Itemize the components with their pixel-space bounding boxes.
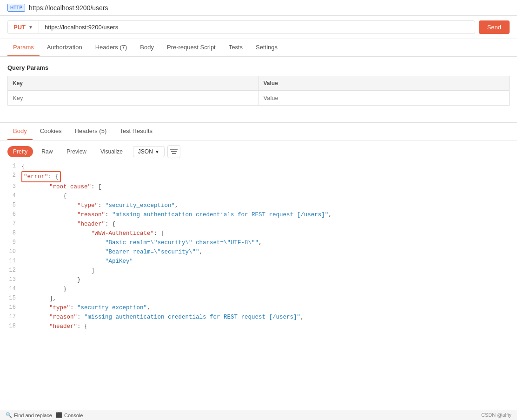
body-toolbar: Pretty Raw Preview Visualize JSON ▼ (7, 145, 510, 158)
query-params-title: Query Params (7, 64, 510, 71)
value-input[interactable] (264, 94, 505, 101)
http-badge: HTTP (7, 4, 25, 12)
tab-tests[interactable]: Tests (223, 39, 248, 56)
view-preview[interactable]: Preview (61, 146, 92, 157)
params-section: Query Params Key Value (0, 57, 517, 113)
col-value: Value (258, 76, 510, 91)
code-line-14: 14 } (7, 285, 510, 294)
request-bar: PUT ▼ Send (0, 16, 517, 39)
title-bar: HTTP https://localhost:9200/users (0, 0, 517, 16)
code-container: 出错了 1 { 2 (7, 162, 510, 331)
code-line-6: 6 "reason": "missing authentication cred… (7, 210, 510, 220)
filter-icon[interactable] (167, 145, 180, 158)
code-line-5: 5 "type": "security_exception", (7, 201, 510, 210)
json-code-area: 1 { 2 "error": { 3 "r (7, 162, 510, 331)
send-button[interactable]: Send (479, 20, 510, 34)
col-key: Key (8, 76, 259, 91)
code-line-8: 8 "WWW-Authenticate": [ (7, 229, 510, 238)
code-line-16: 16 "type": "security_exception", (7, 303, 510, 313)
value-cell (258, 91, 510, 106)
view-pretty[interactable]: Pretty (7, 146, 33, 157)
code-line-15: 15 ], (7, 294, 510, 303)
response-tab-headers[interactable]: Headers (5) (69, 123, 113, 140)
code-line-3: 3 "root_cause": [ (7, 182, 510, 192)
code-line-4: 4 { (7, 192, 510, 201)
params-table: Key Value (7, 76, 510, 106)
code-line-11: 11 "ApiKey" (7, 257, 510, 266)
tab-authorization[interactable]: Authorization (41, 39, 88, 56)
response-tabs: Body Cookies Headers (5) Test Results (0, 123, 517, 140)
code-line-10: 10 "Bearer realm=\"security\"", (7, 247, 510, 257)
url-input[interactable] (39, 20, 475, 34)
response-section: Body Cookies Headers (5) Test Results Pr… (0, 122, 517, 336)
title-url: https://localhost:9200/users (29, 4, 108, 12)
format-chevron-icon: ▼ (155, 149, 159, 154)
format-selector[interactable]: JSON ▼ (133, 146, 165, 157)
view-raw[interactable]: Raw (36, 146, 58, 157)
tab-body[interactable]: Body (134, 39, 159, 56)
table-row (8, 91, 510, 106)
code-line-2: 2 "error": { (7, 171, 510, 182)
request-tabs: Params Authorization Headers (7) Body Pr… (0, 39, 517, 57)
view-visualize[interactable]: Visualize (95, 146, 128, 157)
code-line-17: 17 "reason": "missing authentication cre… (7, 313, 510, 322)
tab-headers[interactable]: Headers (7) (90, 39, 133, 56)
tab-settings[interactable]: Settings (250, 39, 283, 56)
code-line-9: 9 "Basic realm=\"security\" charset=\"UT… (7, 238, 510, 247)
code-line-12: 12 ] (7, 266, 510, 275)
response-tab-body[interactable]: Body (7, 123, 33, 140)
body-viewer: Pretty Raw Preview Visualize JSON ▼ 出错了 (0, 140, 517, 336)
method-selector[interactable]: PUT ▼ (7, 20, 39, 34)
code-line-13: 13 } (7, 275, 510, 285)
chevron-down-icon: ▼ (28, 25, 33, 30)
key-cell (8, 91, 259, 106)
format-label: JSON (138, 148, 153, 155)
response-tab-cookies[interactable]: Cookies (34, 123, 67, 140)
code-line-7: 7 "header": { (7, 220, 510, 229)
method-label: PUT (13, 24, 26, 31)
tab-params[interactable]: Params (7, 39, 40, 56)
response-tab-testresults[interactable]: Test Results (114, 123, 158, 140)
tab-prerequest[interactable]: Pre-request Script (161, 39, 221, 56)
code-line-18: 18 "header": { (7, 322, 510, 331)
code-line-1: 1 { (7, 162, 510, 171)
key-input[interactable] (13, 94, 254, 101)
